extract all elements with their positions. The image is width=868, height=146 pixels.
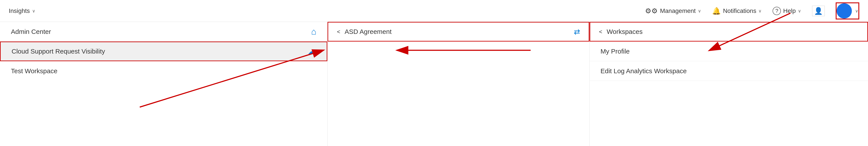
avatar: [837, 3, 852, 19]
cloud-support-label: Cloud Support Request Visibility: [11, 48, 105, 55]
workspaces-header: < Workspaces: [590, 22, 868, 41]
help-nav[interactable]: ? Help ∨: [773, 7, 801, 15]
asd-back-chevron-icon[interactable]: <: [337, 28, 340, 35]
left-panel: Admin Center ⌂ Cloud Support Request Vis…: [0, 22, 328, 146]
edit-log-analytics-label: Edit Log Analytics Workspace: [600, 67, 687, 75]
help-label: Help: [783, 7, 796, 14]
cloud-icon: ☁: [308, 47, 316, 56]
home-icon[interactable]: ⌂: [311, 27, 316, 36]
test-workspace-label: Test Workspace: [11, 67, 57, 75]
my-profile-label: My Profile: [600, 48, 629, 55]
user-chevron-icon: ∨: [855, 8, 858, 13]
bell-icon: 🔔: [712, 7, 721, 15]
notifications-label: Notifications: [723, 7, 756, 14]
my-profile-nav-item[interactable]: My Profile: [590, 41, 868, 61]
asd-agreement-header: < ASD Agreement ⇄: [328, 22, 589, 41]
test-workspace-nav-item[interactable]: Test Workspace: [0, 61, 327, 81]
notifications-chevron-icon: ∨: [758, 8, 762, 13]
notifications-nav[interactable]: 🔔 Notifications ∨: [712, 7, 762, 15]
management-nav[interactable]: ⚙⚙ Management ∨: [645, 7, 701, 15]
user-placeholder-icon[interactable]: 👤: [812, 6, 825, 16]
middle-panel: < ASD Agreement ⇄: [328, 22, 590, 146]
gear-icon: ⚙⚙: [645, 7, 658, 15]
admin-center-header: Admin Center ⌂: [0, 22, 327, 41]
insights-chevron-icon: ∨: [32, 8, 35, 13]
workspaces-back-chevron-icon[interactable]: <: [599, 28, 602, 35]
help-chevron-icon: ∨: [798, 8, 801, 13]
person-icon: 👤: [814, 7, 823, 15]
right-panel: < Workspaces My Profile Edit Log Analyti…: [590, 22, 868, 146]
insights-nav[interactable]: Insights ∨: [9, 7, 35, 14]
sync-icon[interactable]: ⇄: [574, 27, 580, 36]
management-chevron-icon: ∨: [698, 8, 701, 13]
user-section[interactable]: ∨: [836, 2, 859, 20]
workspaces-title: Workspaces: [607, 28, 643, 35]
help-icon: ?: [773, 7, 781, 15]
admin-center-title: Admin Center: [11, 28, 51, 35]
management-label: Management: [660, 7, 695, 14]
insights-label: Insights: [9, 7, 30, 14]
cloud-support-nav-item[interactable]: Cloud Support Request Visibility ☁: [0, 41, 327, 61]
edit-log-analytics-nav-item[interactable]: Edit Log Analytics Workspace: [590, 61, 868, 81]
asd-agreement-title: ASD Agreement: [345, 28, 392, 35]
